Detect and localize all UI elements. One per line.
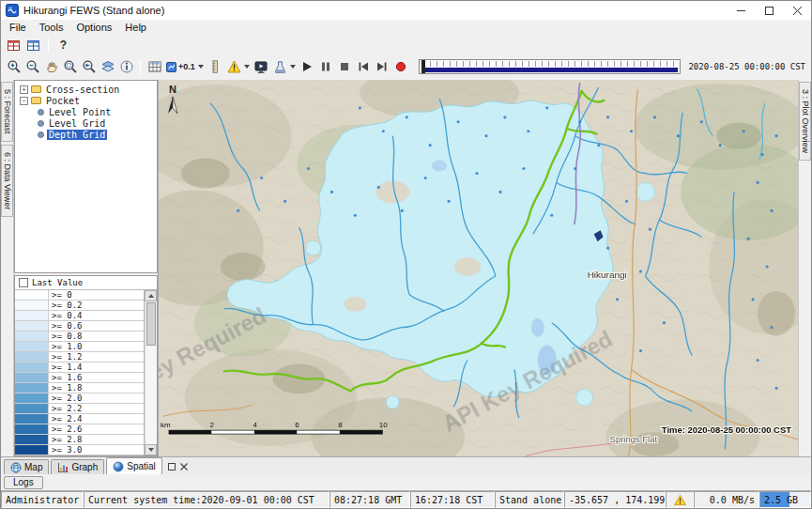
logs-row: Logs [1, 474, 811, 490]
legend-threshold-label: >= 1.0 [49, 342, 85, 351]
ruler-icon [207, 59, 222, 74]
zoom-out-button[interactable] [23, 58, 41, 76]
warning-icon [674, 495, 686, 505]
right-tab-strip: 3 : Plot Overview [798, 80, 811, 456]
tree-node-depth-grid[interactable]: Depth Grid [15, 129, 157, 140]
grid-display-button[interactable] [146, 58, 163, 76]
legend-scrollbar[interactable] [145, 290, 157, 455]
menu-options[interactable]: Options [69, 21, 118, 34]
menu-help[interactable]: Help [118, 21, 153, 34]
chevron-down-icon [244, 65, 250, 69]
tree-node-label[interactable]: Level Point [47, 107, 113, 117]
play-button[interactable] [299, 58, 316, 76]
status-warning[interactable] [666, 491, 694, 508]
profile-tool-button[interactable] [271, 58, 298, 76]
scrollbar-thumb[interactable] [146, 302, 156, 346]
minimize-button[interactable] [727, 1, 755, 20]
scale-ruler-button[interactable] [207, 58, 224, 76]
legend-threshold-label: >= 0.2 [49, 301, 85, 310]
map-canvas[interactable]: N API Key Required API Key Required Hiku… [159, 80, 798, 456]
tree-node-pocket[interactable]: − Pocket [15, 95, 157, 106]
tab-map-label: Map [24, 462, 42, 472]
panel-maximize-icon [168, 463, 176, 470]
zoom-previous-button[interactable] [80, 58, 98, 76]
zoom-box-button[interactable] [61, 58, 79, 76]
tree-node-label[interactable]: Pocket [44, 96, 82, 106]
scroll-down-button[interactable] [145, 444, 157, 455]
tab-forecast[interactable]: 5 : Forecast [1, 82, 13, 142]
close-button[interactable] [783, 1, 811, 20]
legend-row: >= 2.4 [15, 414, 144, 424]
toolbar-separator [140, 59, 141, 74]
level-point-marker [774, 387, 777, 390]
record-icon [394, 60, 407, 73]
display-button[interactable] [253, 58, 270, 76]
legend-row: >= 0.8 [15, 332, 144, 342]
tree-node-label[interactable]: Level Grid [47, 118, 107, 129]
collapse-icon[interactable]: − [20, 97, 28, 105]
level-point-marker [527, 130, 529, 132]
logs-button[interactable]: Logs [4, 476, 43, 489]
pause-button[interactable] [317, 58, 335, 76]
status-coordinates: -35.657 , 174.199 [564, 491, 666, 508]
legend-threshold-label: >= 2.8 [49, 435, 85, 444]
step-forward-button[interactable] [374, 58, 391, 76]
legend-color-swatch [15, 311, 49, 320]
chevron-down-icon [290, 65, 296, 69]
legend-threshold-label: >= 0.8 [49, 332, 85, 341]
legend-threshold-label: >= 2.2 [49, 404, 85, 413]
panel-maximize-button[interactable] [167, 461, 177, 471]
zoom-in-button[interactable] [5, 58, 23, 76]
spatial-map[interactable]: N API Key Required API Key Required Hiku… [159, 80, 798, 456]
level-point-marker [770, 326, 773, 329]
step-back-button[interactable] [355, 58, 373, 76]
tab-spatial[interactable]: Spatial [106, 457, 162, 474]
export-data-button[interactable] [24, 37, 42, 54]
scale-tick-label: 6 [295, 421, 299, 429]
record-button[interactable] [392, 58, 410, 76]
area-label: Springs Flat [610, 434, 658, 444]
scrollbar-track[interactable] [145, 301, 157, 444]
pan-button[interactable] [42, 58, 60, 76]
compass-label: N [169, 84, 176, 95]
tree-node-cross-section[interactable]: + Cross-section [15, 84, 157, 95]
tree-node-label[interactable]: Depth Grid [47, 130, 107, 140]
tree-node-level-grid[interactable]: Level Grid [15, 117, 157, 129]
tree-node-label[interactable]: Cross-section [44, 85, 121, 95]
maximize-button[interactable] [755, 1, 783, 20]
threshold-step-button[interactable]: +0.1 [164, 58, 206, 76]
tree-node-level-point[interactable]: Level Point [15, 106, 157, 117]
panel-close-button[interactable] [179, 461, 190, 471]
import-data-button[interactable] [5, 37, 23, 54]
legend-row: >= 2.8 [15, 435, 144, 445]
last-value-checkbox[interactable] [19, 278, 28, 287]
level-point-marker [574, 167, 576, 170]
menu-file[interactable]: File [3, 21, 33, 34]
level-point-marker [406, 116, 408, 118]
threshold-value: +0.1 [178, 62, 195, 71]
expand-icon[interactable]: + [20, 85, 28, 94]
tab-graph[interactable]: Graph [51, 459, 104, 474]
help-button[interactable]: ? [54, 37, 72, 54]
tab-map[interactable]: Map [4, 459, 49, 474]
info-button[interactable] [117, 58, 135, 76]
level-point-marker [630, 130, 633, 132]
layers-button[interactable] [99, 58, 116, 76]
stop-button[interactable] [336, 58, 354, 76]
node-icon [38, 109, 44, 116]
legend-color-swatch [15, 301, 49, 310]
tab-plot-overview[interactable]: 3 : Plot Overview [799, 82, 811, 161]
warnings-button[interactable] [225, 58, 252, 76]
tab-data-viewer[interactable]: 6 : Data Viewer [1, 145, 13, 217]
app-icon [6, 4, 19, 17]
legend-row: >= 1.6 [15, 373, 144, 383]
legend-panel: Last Value >= 0>= 0.2>= 0.4>= 0.6>= 0.8>… [14, 275, 158, 456]
time-slider[interactable] [419, 59, 682, 74]
time-slider-thumb[interactable] [421, 60, 425, 73]
scroll-up-button[interactable] [145, 290, 157, 301]
level-point-marker [766, 265, 769, 268]
status-mode: Stand alone [495, 491, 564, 508]
menu-tools[interactable]: Tools [33, 21, 70, 34]
level-point-marker [377, 186, 380, 189]
folder-icon [31, 97, 41, 104]
